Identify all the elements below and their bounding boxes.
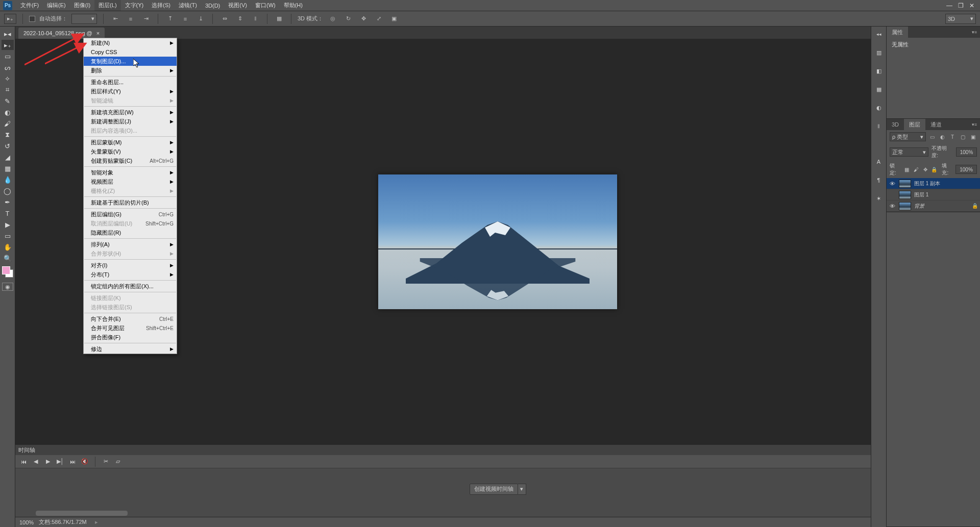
filter-shape-icon[interactable]: ▢ [959, 133, 967, 141]
blur-tool[interactable]: 💧 [2, 174, 14, 185]
align-bottom-icon[interactable]: ⤓ [195, 13, 206, 24]
histogram-panel-icon[interactable]: ▥ [873, 47, 885, 58]
timeline-next-frame-button[interactable]: ▶│ [56, 458, 64, 466]
align-left-icon[interactable]: ⇤ [110, 13, 121, 24]
distribute-h-icon[interactable]: ⇔ [219, 13, 230, 24]
menu-item[interactable]: 创建剪贴蒙版(C)Alt+Ctrl+G [84, 156, 177, 165]
menu-filter[interactable]: 滤镜(T) [175, 0, 201, 11]
timeline-play-button[interactable]: ▶ [44, 458, 52, 466]
swatches-panel-icon[interactable]: ▦ [873, 84, 885, 95]
document-info[interactable]: 文档:586.7K/1.72M [39, 518, 87, 526]
eyedropper-tool[interactable]: ✎ [2, 96, 14, 106]
fill-input[interactable]: 100% [955, 165, 977, 174]
adjustments-panel-icon[interactable]: ◐ [873, 102, 885, 113]
menu-3d[interactable]: 3D(D) [201, 1, 224, 10]
roll-3d-icon[interactable]: ↻ [342, 13, 354, 24]
collapse-handle-icon[interactable]: ▸◂ [2, 29, 14, 39]
layer-row[interactable]: 👁 背景 🔒 [887, 200, 980, 212]
panel-menu-icon[interactable]: ▾≡ [969, 122, 980, 127]
filter-pixel-icon[interactable]: ▭ [928, 133, 936, 141]
auto-select-target-select[interactable]: ▾ [71, 14, 97, 24]
lasso-tool[interactable]: ᔕ [2, 62, 14, 72]
menu-item[interactable]: 智能对象▶ [84, 168, 177, 177]
layer-thumbnail[interactable] [899, 191, 911, 199]
filter-adjustment-icon[interactable]: ◐ [938, 133, 946, 141]
layer-name[interactable]: 图层 1 [914, 191, 978, 198]
zoom-tool[interactable]: 🔍 [2, 253, 14, 263]
collapse-handle-icon[interactable]: ◂◂ [873, 29, 885, 40]
gradient-tool[interactable]: ▦ [2, 163, 14, 173]
pen-tool[interactable]: ✒ [2, 197, 14, 207]
menu-item[interactable]: 向下合并(E)Ctrl+E [84, 314, 177, 323]
menu-item[interactable]: 对齐(I)▶ [84, 261, 177, 270]
menu-item[interactable]: Copy CSS [84, 47, 177, 57]
tab-layers[interactable]: 图层 [904, 119, 925, 131]
color-swatches[interactable] [2, 266, 13, 278]
quick-mask-button[interactable]: ◉ [2, 283, 13, 291]
timeline-prev-frame-button[interactable]: ◀ [32, 458, 40, 466]
create-timeline-dropdown[interactable]: ▾ [518, 484, 526, 495]
menu-item[interactable]: 新建基于图层的切片(B) [84, 198, 177, 207]
lock-transparency-icon[interactable]: ▦ [903, 166, 911, 173]
menu-item[interactable]: 删除▶ [84, 66, 177, 75]
auto-select-checkbox[interactable] [29, 16, 35, 22]
paragraph-panel-icon[interactable]: ¶ [873, 174, 885, 186]
menu-help[interactable]: 帮助(H) [280, 0, 307, 11]
foreground-color[interactable] [2, 266, 10, 274]
menu-item[interactable]: 排列(A)▶ [84, 240, 177, 249]
align-right-icon[interactable]: ⇥ [140, 13, 152, 24]
menu-item[interactable]: 修边▶ [84, 344, 177, 354]
horizontal-scrollbar[interactable] [15, 510, 980, 517]
menu-type[interactable]: 文字(Y) [121, 0, 148, 11]
filter-type-icon[interactable]: T [948, 133, 957, 141]
menu-edit[interactable]: 编辑(E) [43, 0, 70, 11]
tool-preset-picker[interactable]: ▸₊ [4, 14, 16, 24]
tab-channels[interactable]: 通道 [925, 119, 947, 131]
layer-row[interactable]: 👁 图层 1 副本 [887, 178, 980, 189]
menu-item[interactable]: 视频图层▶ [84, 177, 177, 186]
align-top-icon[interactable]: ⤒ [164, 13, 176, 24]
document-tab[interactable]: 2022-10-04_095128.png @ × [18, 28, 105, 39]
menu-item[interactable]: 新建(N)▶ [84, 38, 177, 47]
spot-healing-tool[interactable]: ◐ [2, 107, 14, 117]
timeline-last-frame-button[interactable]: ⏭ [68, 458, 77, 466]
menu-item[interactable]: 新建填充图层(W)▶ [84, 108, 177, 117]
menu-item[interactable]: 新建调整图层(J)▶ [84, 117, 177, 126]
window-maximize-button[interactable]: ❐ [955, 2, 966, 10]
filter-smart-icon[interactable]: ▣ [969, 133, 977, 141]
menu-item[interactable]: 合并可见图层Shift+Ctrl+E [84, 323, 177, 333]
timeline-first-frame-button[interactable]: ⏮ [19, 458, 28, 466]
color-panel-icon[interactable]: ◧ [873, 65, 885, 77]
lock-pixels-icon[interactable]: 🖌 [913, 166, 920, 173]
layer-name[interactable]: 图层 1 副本 [914, 180, 978, 187]
menu-item[interactable]: 图层样式(Y)▶ [84, 87, 177, 96]
menu-item[interactable]: 重命名图层... [84, 78, 177, 87]
type-tool[interactable]: T [2, 208, 14, 218]
tab-3d[interactable]: 3D [887, 119, 904, 130]
align-center-h-icon[interactable]: ≡ [125, 13, 136, 24]
properties-tab[interactable]: 属性 [887, 27, 908, 38]
auto-align-icon[interactable]: ▦ [274, 13, 285, 24]
distribute-spacing-icon[interactable]: ⫴ [250, 13, 261, 24]
quick-selection-tool[interactable]: ✧ [2, 73, 14, 84]
menu-item[interactable]: 分布(T)▶ [84, 270, 177, 279]
eraser-tool[interactable]: ◢ [2, 152, 14, 162]
menu-window[interactable]: 窗口(W) [251, 0, 280, 11]
menu-file[interactable]: 文件(F) [16, 0, 43, 11]
character-panel-icon[interactable]: A [873, 156, 885, 167]
menu-item[interactable]: 图层编组(G)Ctrl+G [84, 210, 177, 219]
lock-all-icon[interactable]: 🔒 [931, 166, 938, 173]
menu-select[interactable]: 选择(S) [148, 0, 175, 11]
hand-tool[interactable]: ✋ [2, 242, 14, 252]
blend-mode-select[interactable]: 正常▾ [890, 147, 928, 157]
visibility-toggle-icon[interactable]: 👁 [889, 203, 896, 209]
menu-image[interactable]: 图像(I) [70, 0, 94, 11]
create-video-timeline-button[interactable]: 创建视频时间轴 [470, 484, 518, 495]
menu-item[interactable]: 锁定组内的所有图层(X)... [84, 282, 177, 291]
styles-panel-icon[interactable]: ⫴ [873, 120, 885, 132]
distribute-v-icon[interactable]: ⇕ [234, 13, 246, 24]
layer-filter-select[interactable]: ρ 类型▾ [890, 132, 926, 141]
scale-3d-icon[interactable]: ▣ [388, 13, 400, 24]
rectangle-tool[interactable]: ▭ [2, 231, 14, 241]
menu-layer[interactable]: 图层(L) [94, 0, 120, 11]
